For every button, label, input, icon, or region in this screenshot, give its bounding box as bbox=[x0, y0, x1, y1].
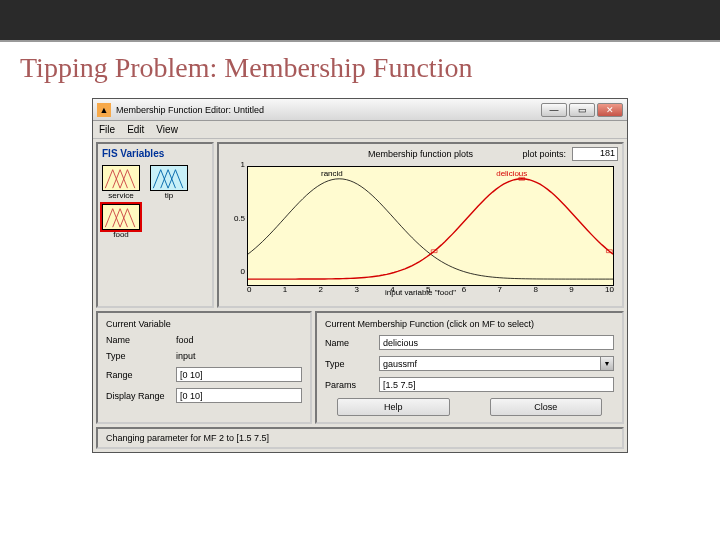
curvar-disprange-input[interactable]: [0 10] bbox=[176, 388, 302, 403]
help-button[interactable]: Help bbox=[337, 398, 450, 416]
slide-top-bar bbox=[0, 0, 720, 40]
var-food[interactable] bbox=[102, 204, 140, 230]
var-tip-label: tip bbox=[150, 191, 188, 200]
curmf-params-label: Params bbox=[325, 380, 379, 390]
matlab-icon: ▲ bbox=[97, 103, 111, 117]
plotpoints-label: plot points: bbox=[522, 149, 566, 159]
maximize-button[interactable]: ▭ bbox=[569, 103, 595, 117]
curmf-type-label: Type bbox=[325, 359, 379, 369]
curmf-heading: Current Membership Function (click on MF… bbox=[325, 319, 614, 329]
fis-variables-label: FIS Variables bbox=[102, 148, 208, 159]
curmf-name-label: Name bbox=[325, 338, 379, 348]
current-mf-panel: Current Membership Function (click on MF… bbox=[315, 311, 624, 424]
menubar: File Edit View bbox=[93, 121, 627, 139]
close-button[interactable]: Close bbox=[490, 398, 603, 416]
var-service[interactable] bbox=[102, 165, 140, 191]
var-food-label: food bbox=[102, 230, 140, 239]
var-tip[interactable] bbox=[150, 165, 188, 191]
fis-variables-panel: FIS Variables service tip bbox=[96, 142, 214, 308]
curvar-type-label: Type bbox=[106, 351, 176, 361]
curmf-type-dropdown-icon[interactable]: ▼ bbox=[600, 356, 614, 371]
menu-edit[interactable]: Edit bbox=[127, 124, 144, 135]
var-service-label: service bbox=[102, 191, 140, 200]
menu-file[interactable]: File bbox=[99, 124, 115, 135]
curvar-name-label: Name bbox=[106, 335, 176, 345]
plot-panel: Membership function plots plot points: 1… bbox=[217, 142, 624, 308]
mf-label-delicious[interactable]: delicious bbox=[496, 169, 527, 178]
close-window-button[interactable]: ✕ bbox=[597, 103, 623, 117]
curvar-heading: Current Variable bbox=[106, 319, 302, 329]
curmf-name-input[interactable]: delicious bbox=[379, 335, 614, 350]
mf-label-rancid[interactable]: rancid bbox=[321, 169, 343, 178]
slide-title: Tipping Problem: Membership Function bbox=[0, 42, 720, 98]
mf-chart[interactable]: rancid delicious bbox=[247, 166, 614, 286]
y-axis-ticks: 1 0.5 0 bbox=[233, 160, 245, 276]
curvar-range-input[interactable]: [0 10] bbox=[176, 367, 302, 382]
current-variable-panel: Current Variable Namefood Typeinput Rang… bbox=[96, 311, 312, 424]
window-title: Membership Function Editor: Untitled bbox=[116, 105, 264, 115]
x-axis-ticks: 012345678910 bbox=[247, 285, 614, 294]
minimize-button[interactable]: — bbox=[541, 103, 567, 117]
curvar-type-value: input bbox=[176, 351, 196, 361]
curmf-params-input[interactable]: [1.5 7.5] bbox=[379, 377, 614, 392]
plotpoints-input[interactable]: 181 bbox=[572, 147, 618, 161]
curmf-type-select[interactable]: gaussmf bbox=[379, 356, 601, 371]
curvar-disprange-label: Display Range bbox=[106, 391, 176, 401]
titlebar[interactable]: ▲ Membership Function Editor: Untitled —… bbox=[93, 99, 627, 121]
status-bar: Changing parameter for MF 2 to [1.5 7.5] bbox=[96, 427, 624, 449]
curvar-name-value: food bbox=[176, 335, 194, 345]
menu-view[interactable]: View bbox=[156, 124, 178, 135]
mf-editor-window: ▲ Membership Function Editor: Untitled —… bbox=[92, 98, 628, 453]
curvar-range-label: Range bbox=[106, 370, 176, 380]
